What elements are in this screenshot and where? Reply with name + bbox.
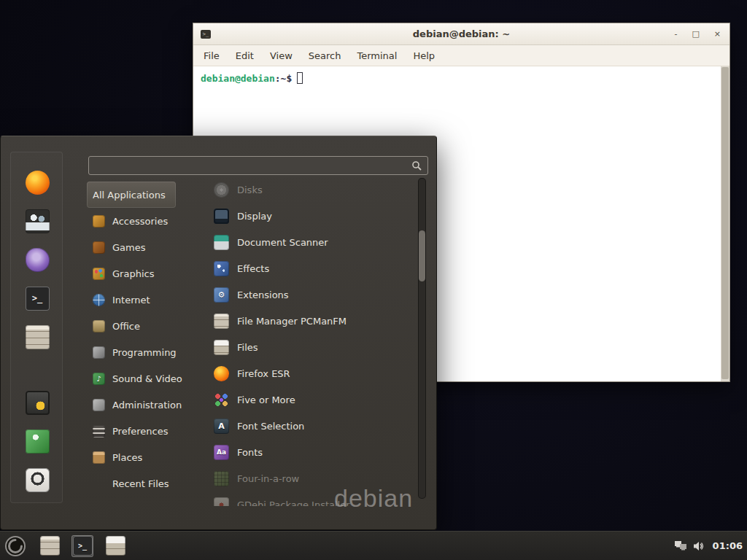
- category-list: All ApplicationsAccessoriesGamesGraphics…: [87, 182, 204, 497]
- clock[interactable]: 01:06: [713, 540, 743, 551]
- internet-icon: [93, 294, 105, 306]
- firefox-icon: [214, 366, 229, 381]
- debian-watermark: debian: [334, 484, 413, 513]
- file-manager-icon: [40, 536, 60, 556]
- favorite-lock-screen[interactable]: [25, 390, 50, 415]
- app-document-scanner[interactable]: Document Scanner: [208, 229, 417, 255]
- pidgin-icon: [26, 248, 50, 272]
- desktop[interactable]: >_ debian@debian: ~ -□× FileEditViewSear…: [0, 0, 747, 560]
- category-label: All Applications: [93, 190, 166, 201]
- network-icon[interactable]: [675, 541, 686, 551]
- category-places[interactable]: Places: [87, 444, 152, 470]
- menubar-item-terminal[interactable]: Terminal: [357, 50, 397, 61]
- category-label: Office: [112, 321, 140, 332]
- category-label: Programming: [112, 347, 177, 358]
- favorite-shutdown[interactable]: [25, 467, 50, 492]
- menubar-item-help[interactable]: Help: [413, 50, 435, 61]
- category-accessories[interactable]: Accessories: [87, 208, 178, 234]
- menubar-item-edit[interactable]: Edit: [236, 50, 254, 61]
- category-recent-files[interactable]: Recent Files: [87, 470, 179, 497]
- category-label: Sound & Video: [112, 373, 182, 384]
- menubar-item-file[interactable]: File: [204, 50, 220, 61]
- terminal-cursor: [297, 72, 303, 84]
- app-label: File Manager PCManFM: [237, 316, 347, 327]
- app-label: Files: [237, 342, 258, 353]
- favorite-firefox[interactable]: [25, 170, 50, 195]
- favorites-panel: >_: [10, 152, 63, 503]
- terminal-menubar: FileEditViewSearchTerminalHelp: [193, 45, 729, 66]
- app-label: GDebi Package Installer: [237, 499, 350, 507]
- favorite-logout[interactable]: [25, 429, 50, 454]
- office-icon: [93, 320, 105, 332]
- search-box: [88, 156, 428, 175]
- application-list-scrollbar-thumb[interactable]: [419, 230, 425, 281]
- category-all-applications[interactable]: All Applications: [87, 182, 176, 208]
- file-manager-icon: [26, 325, 50, 349]
- places-icon: [93, 451, 105, 464]
- users-icon: [26, 209, 50, 233]
- terminal-titlebar[interactable]: >_ debian@debian: ~ -□×: [193, 23, 729, 45]
- app-label: Four-in-a-row: [237, 473, 299, 484]
- distro-logo-icon: [4, 535, 26, 557]
- programming-icon: [93, 346, 105, 359]
- terminal-scrollbar-thumb[interactable]: [721, 67, 729, 379]
- favorite-users[interactable]: [25, 209, 50, 233]
- category-office[interactable]: Office: [87, 313, 150, 339]
- pcmanfm-icon: [214, 314, 229, 329]
- maximize-button[interactable]: □: [692, 30, 699, 38]
- app-label: Font Selection: [237, 421, 304, 432]
- app-extensions[interactable]: ⚙Extensions: [208, 281, 417, 308]
- search-input[interactable]: [89, 157, 411, 174]
- category-graphics[interactable]: Graphics: [87, 260, 164, 287]
- extensions-icon: ⚙: [214, 287, 229, 303]
- minimize-button[interactable]: -: [674, 30, 677, 38]
- administration-icon: [93, 399, 105, 411]
- fonts-icon: Aa: [214, 445, 229, 460]
- app-files[interactable]: Files: [208, 334, 417, 360]
- app-disks[interactable]: Disks: [208, 176, 417, 203]
- taskbar-launcher-file-manager[interactable]: [39, 535, 61, 557]
- app-label: Fonts: [237, 447, 263, 458]
- terminal-scrollbar[interactable]: [721, 66, 729, 381]
- taskbar: >_ 01:06: [0, 531, 747, 560]
- app-effects[interactable]: Effects: [208, 255, 417, 281]
- five-or-more-icon: [214, 392, 229, 408]
- taskbar-launcher-terminal[interactable]: >_: [71, 535, 93, 557]
- gdebi-icon: [214, 497, 229, 507]
- favorite-pidgin[interactable]: [25, 247, 50, 272]
- logout-icon: [26, 429, 50, 454]
- app-font-selection[interactable]: AFont Selection: [208, 413, 417, 439]
- app-firefox-esr[interactable]: Firefox ESR: [208, 360, 417, 386]
- category-internet[interactable]: Internet: [87, 287, 160, 313]
- close-button[interactable]: ×: [714, 30, 721, 38]
- app-file-manager-pcmanfm[interactable]: File Manager PCManFM: [208, 308, 417, 334]
- category-label: Administration: [112, 400, 182, 411]
- sound-video-icon: ♪: [93, 373, 105, 385]
- files-icon: [106, 536, 125, 556]
- category-administration[interactable]: Administration: [87, 392, 192, 418]
- volume-icon[interactable]: [693, 541, 705, 551]
- category-label: Graphics: [112, 268, 154, 279]
- favorite-file-manager[interactable]: [25, 324, 50, 349]
- application-menu: >_ All ApplicationsAccessoriesGamesGraph…: [0, 136, 437, 530]
- menu-button[interactable]: [3, 534, 28, 559]
- app-display[interactable]: Display: [208, 203, 417, 229]
- application-list-scrollbar[interactable]: [418, 178, 426, 499]
- app-label: Extensions: [237, 289, 289, 300]
- preferences-icon: [93, 425, 105, 438]
- app-label: Display: [237, 211, 272, 222]
- category-games[interactable]: Games: [87, 234, 155, 260]
- app-fonts[interactable]: AaFonts: [208, 439, 417, 465]
- firefox-icon: [26, 171, 50, 195]
- category-sound-video[interactable]: ♪Sound & Video: [87, 365, 193, 392]
- files-icon: [214, 340, 229, 355]
- menubar-item-search[interactable]: Search: [309, 50, 341, 61]
- category-preferences[interactable]: Preferences: [87, 418, 178, 444]
- category-programming[interactable]: Programming: [87, 339, 187, 365]
- menubar-item-view[interactable]: View: [270, 50, 293, 61]
- search-icon: [411, 160, 422, 171]
- favorite-terminal[interactable]: >_: [25, 286, 50, 311]
- app-five-or-more[interactable]: Five or More: [208, 386, 417, 413]
- taskbar-launcher-files[interactable]: [104, 535, 126, 557]
- system-tray: 01:06: [675, 540, 743, 551]
